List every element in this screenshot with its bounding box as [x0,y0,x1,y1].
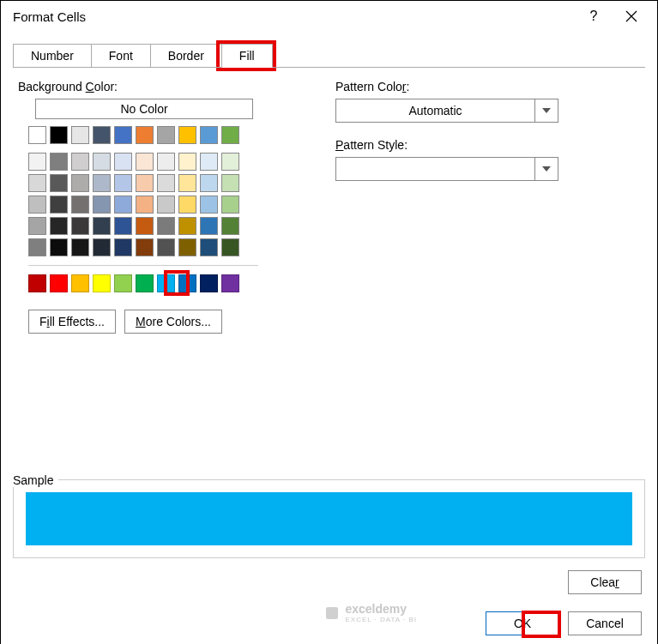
pattern-color-arrow[interactable] [534,99,558,123]
theme-swatch-2-7[interactable] [178,174,196,192]
theme-swatch-3-0[interactable] [28,196,46,214]
theme-swatch-4-2[interactable] [71,217,89,235]
theme-swatch-1-3[interactable] [93,153,111,171]
pattern-color-combo[interactable]: Automatic [335,99,558,123]
theme-swatch-4-4[interactable] [114,217,132,235]
theme-swatch-2-8[interactable] [200,174,218,192]
theme-swatch-3-5[interactable] [136,196,154,214]
theme-swatch-5-4[interactable] [114,238,132,256]
sample-preview [26,492,632,545]
chevron-down-icon [542,108,551,113]
clear-button[interactable]: Clear [568,570,642,594]
theme-swatch-4-7[interactable] [178,217,196,235]
pattern-style-value [335,157,534,181]
standard-swatch-8[interactable] [200,274,218,292]
theme-swatch-3-2[interactable] [71,196,89,214]
standard-swatch-5[interactable] [136,274,154,292]
standard-swatch-2[interactable] [71,274,89,292]
theme-swatch-5-2[interactable] [71,238,89,256]
close-button[interactable] [613,1,650,32]
tab-fill[interactable]: Fill [221,44,273,68]
theme-swatch-5-5[interactable] [136,238,154,256]
theme-swatch-1-7[interactable] [178,153,196,171]
theme-swatch-2-4[interactable] [114,174,132,192]
theme-swatch-3-3[interactable] [93,196,111,214]
theme-color-grid [28,126,275,256]
theme-swatch-0-6[interactable] [157,126,175,144]
theme-swatch-1-5[interactable] [136,153,154,171]
theme-swatch-0-7[interactable] [178,126,196,144]
theme-swatch-2-0[interactable] [28,174,46,192]
standard-swatch-9[interactable] [221,274,239,292]
more-colors-button[interactable]: More Colors... [124,310,222,334]
pattern-style-label: Pattern Style: [335,138,558,152]
pattern-style-arrow[interactable] [534,157,558,181]
theme-swatch-3-6[interactable] [157,196,175,214]
tabbar: Number Font Border Fill [13,44,657,68]
theme-swatch-4-0[interactable] [28,217,46,235]
theme-swatch-3-7[interactable] [178,196,196,214]
theme-swatch-0-9[interactable] [221,126,239,144]
standard-swatch-3[interactable] [93,274,111,292]
theme-swatch-0-2[interactable] [71,126,89,144]
tab-border[interactable]: Border [150,44,222,68]
theme-swatch-1-9[interactable] [221,153,239,171]
pattern-style-combo[interactable] [335,157,558,181]
theme-swatch-5-0[interactable] [28,238,46,256]
chevron-down-icon [542,166,551,172]
theme-swatch-0-4[interactable] [114,126,132,144]
theme-swatch-2-6[interactable] [157,174,175,192]
theme-swatch-1-1[interactable] [50,153,68,171]
theme-swatch-1-2[interactable] [71,153,89,171]
titlebar: Format Cells ? [1,1,657,32]
theme-swatch-5-1[interactable] [50,238,68,256]
theme-swatch-2-5[interactable] [136,174,154,192]
theme-swatch-4-5[interactable] [136,217,154,235]
theme-swatch-1-8[interactable] [200,153,218,171]
no-color-button[interactable]: No Color [35,99,253,119]
cancel-button[interactable]: Cancel [568,611,642,635]
theme-swatch-0-3[interactable] [93,126,111,144]
theme-swatch-0-8[interactable] [200,126,218,144]
theme-swatch-5-6[interactable] [157,238,175,256]
theme-swatch-2-3[interactable] [93,174,111,192]
standard-swatch-4[interactable] [114,274,132,292]
theme-swatch-0-5[interactable] [136,126,154,144]
theme-swatch-1-0[interactable] [28,153,46,171]
sample-box [13,479,645,558]
theme-swatch-5-3[interactable] [93,238,111,256]
theme-swatch-4-9[interactable] [221,217,239,235]
theme-swatch-5-7[interactable] [178,238,196,256]
standard-swatch-1[interactable] [50,274,68,292]
theme-swatch-3-1[interactable] [50,196,68,214]
theme-swatch-4-1[interactable] [50,217,68,235]
theme-swatch-5-8[interactable] [200,238,218,256]
theme-swatch-4-6[interactable] [157,217,175,235]
theme-swatch-3-8[interactable] [200,196,218,214]
theme-swatch-0-0[interactable] [28,126,46,144]
theme-swatch-2-1[interactable] [50,174,68,192]
theme-swatch-0-1[interactable] [50,126,68,144]
standard-swatch-6[interactable] [157,274,175,292]
theme-swatch-1-6[interactable] [157,153,175,171]
tab-font[interactable]: Font [91,44,151,68]
pattern-color-value: Automatic [335,99,534,123]
help-button[interactable]: ? [575,1,613,32]
theme-swatch-1-4[interactable] [114,153,132,171]
ok-button[interactable]: OK [486,611,559,635]
theme-swatch-5-9[interactable] [221,238,239,256]
theme-swatch-2-2[interactable] [71,174,89,192]
background-color-label: Background Color: [18,80,275,93]
close-icon [625,10,637,22]
standard-swatch-7[interactable] [178,274,196,292]
theme-swatch-3-4[interactable] [114,196,132,214]
theme-swatch-3-9[interactable] [221,196,239,214]
fill-effects-button[interactable]: FIll Effects... [28,310,116,334]
theme-swatch-4-3[interactable] [93,217,111,235]
standard-color-row [28,274,275,292]
standard-swatch-0[interactable] [28,274,46,292]
color-divider [28,265,258,266]
tab-number[interactable]: Number [13,44,92,68]
theme-swatch-2-9[interactable] [221,174,239,192]
theme-swatch-4-8[interactable] [200,217,218,235]
